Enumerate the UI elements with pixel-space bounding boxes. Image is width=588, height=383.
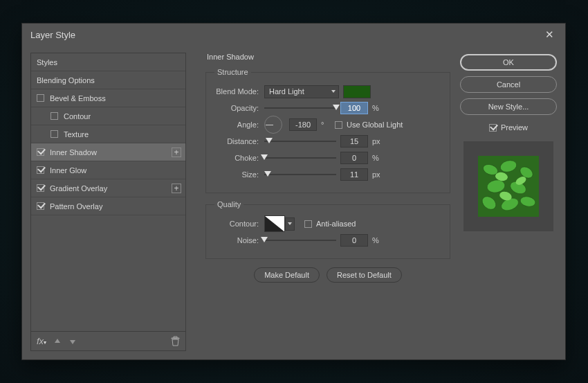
opacity-input[interactable] xyxy=(340,102,368,114)
opacity-slider[interactable] xyxy=(264,107,336,109)
add-effect-icon[interactable]: + xyxy=(172,148,181,157)
quality-group: Quality Contour: Anti-aliased Noise: % xyxy=(205,200,450,259)
angle-dial[interactable] xyxy=(264,116,282,134)
close-icon[interactable]: ✕ xyxy=(542,27,557,42)
layer-style-dialog: Layer Style ✕ Styles Blending Options Be… xyxy=(21,23,566,360)
angle-input[interactable] xyxy=(289,118,317,131)
dialog-title: Layer Style xyxy=(30,30,542,40)
sidebar-item-gradient-overlay[interactable]: Gradient Overlay+ xyxy=(31,179,185,197)
distance-label: Distance: xyxy=(214,137,264,145)
sidebar-item-contour[interactable]: Contour xyxy=(31,107,185,125)
global-light-checkbox[interactable] xyxy=(335,121,342,129)
panel-title: Inner Shadow xyxy=(207,53,450,61)
noise-input[interactable] xyxy=(340,234,368,247)
checkbox-icon[interactable] xyxy=(37,94,44,102)
contour-label: Contour: xyxy=(214,220,264,228)
sidebar-item-bevel-emboss[interactable]: Bevel & Emboss xyxy=(31,89,185,107)
opacity-label: Opacity: xyxy=(214,104,264,112)
choke-slider[interactable] xyxy=(264,157,336,159)
ok-button[interactable]: OK xyxy=(460,54,557,71)
noise-slider[interactable] xyxy=(264,240,336,241)
sidebar-item-blending-options[interactable]: Blending Options xyxy=(31,71,185,89)
sidebar-item-styles[interactable]: Styles xyxy=(31,53,185,71)
blend-mode-select[interactable]: Hard Light xyxy=(264,85,339,98)
titlebar: Layer Style ✕ xyxy=(22,24,565,46)
sidebar-footer: fx▾ xyxy=(30,332,186,351)
contour-picker[interactable] xyxy=(264,215,285,232)
distance-input[interactable] xyxy=(340,135,368,148)
new-style-button[interactable]: New Style... xyxy=(460,98,557,115)
global-light-label: Use Global Light xyxy=(347,121,403,129)
checkbox-icon[interactable] xyxy=(37,148,44,156)
preview-toggle[interactable]: Preview xyxy=(460,123,557,132)
preview-box xyxy=(463,141,553,231)
cancel-button[interactable]: Cancel xyxy=(460,76,557,93)
checkbox-icon xyxy=(489,124,497,132)
arrow-down-icon[interactable] xyxy=(68,337,77,346)
sidebar-item-inner-shadow[interactable]: Inner Shadow+ xyxy=(31,143,185,161)
chevron-down-icon xyxy=(288,222,292,225)
dialog-buttons: OK Cancel New Style... Preview xyxy=(460,53,557,351)
shadow-color-swatch[interactable] xyxy=(343,85,371,98)
preview-thumbnail xyxy=(478,156,539,217)
contour-dropdown[interactable] xyxy=(285,217,295,231)
reset-default-button[interactable]: Reset to Default xyxy=(327,267,402,283)
structure-group: Structure Blend Mode: Hard Light Opacity… xyxy=(205,68,450,193)
sidebar-item-texture[interactable]: Texture xyxy=(31,125,185,143)
checkbox-icon[interactable] xyxy=(50,130,58,138)
checkbox-icon[interactable] xyxy=(50,112,58,120)
make-default-button[interactable]: Make Default xyxy=(254,267,320,283)
sidebar-item-pattern-overlay[interactable]: Pattern Overlay xyxy=(31,197,185,215)
choke-input[interactable] xyxy=(340,152,368,164)
arrow-up-icon[interactable] xyxy=(53,337,62,346)
fx-icon[interactable]: fx▾ xyxy=(37,336,46,346)
checkbox-icon[interactable] xyxy=(37,184,44,192)
choke-label: Choke: xyxy=(214,154,264,162)
checkbox-icon[interactable] xyxy=(37,166,44,174)
antialiased-checkbox[interactable] xyxy=(304,220,312,228)
blend-mode-label: Blend Mode: xyxy=(214,87,264,96)
size-label: Size: xyxy=(214,170,264,179)
size-input[interactable] xyxy=(340,168,368,181)
sidebar-item-inner-glow[interactable]: Inner Glow xyxy=(31,161,185,179)
noise-label: Noise: xyxy=(214,236,264,244)
angle-label: Angle: xyxy=(214,121,264,129)
styles-sidebar: Styles Blending Options Bevel & Emboss C… xyxy=(30,53,186,351)
checkbox-icon[interactable] xyxy=(37,202,44,210)
add-effect-icon[interactable]: + xyxy=(172,184,181,193)
antialiased-label: Anti-aliased xyxy=(316,220,356,228)
size-slider[interactable] xyxy=(264,174,336,175)
chevron-down-icon xyxy=(331,90,336,93)
distance-slider[interactable] xyxy=(264,141,336,142)
effect-settings-panel: Inner Shadow Structure Blend Mode: Hard … xyxy=(186,53,460,351)
trash-icon[interactable] xyxy=(171,336,180,346)
